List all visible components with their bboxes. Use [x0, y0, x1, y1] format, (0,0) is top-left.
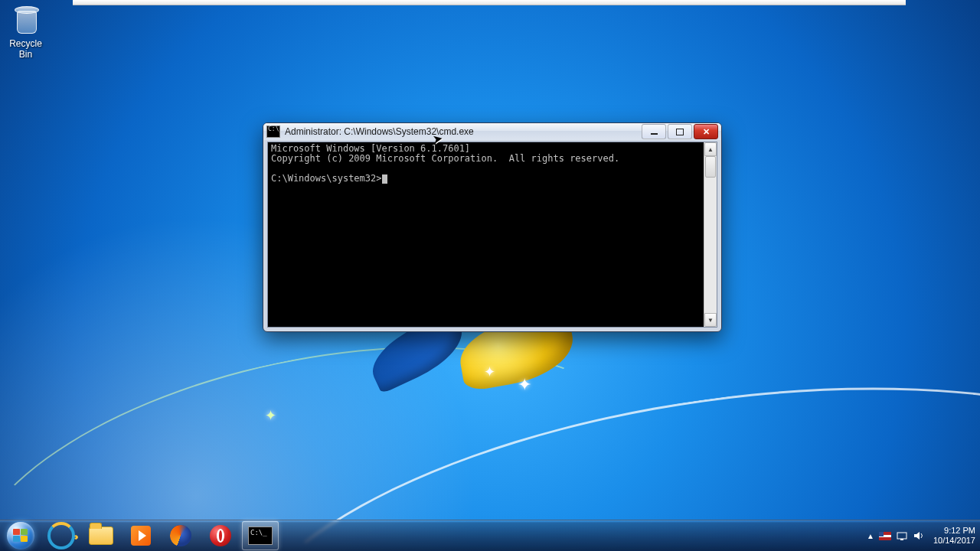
- cmd-prompt: C:\Windows\system32>: [271, 173, 382, 184]
- taskbar-pin-wmp[interactable]: [122, 521, 159, 550]
- opera-icon: [210, 525, 231, 546]
- clock-date: 10/14/2017: [933, 536, 975, 546]
- cmd-titlebar[interactable]: Administrator: C:\Windows\System32\cmd.e…: [263, 123, 721, 140]
- taskbar-pin-firefox[interactable]: [162, 521, 199, 550]
- desktop-wallpaper[interactable]: ✦ ✦ ✦ Recycle Bin Administrator: C:\Wind…: [0, 0, 980, 551]
- wallpaper-sparkle: ✦: [265, 407, 276, 424]
- taskbar-pin-cmd[interactable]: [242, 521, 279, 550]
- svg-rect-0: [897, 533, 906, 539]
- recycle-bin-label: Recycle Bin: [5, 38, 47, 60]
- scroll-up-button[interactable]: ▲: [704, 142, 717, 156]
- start-button[interactable]: [0, 520, 41, 551]
- tray-show-hidden-icons[interactable]: ▲: [864, 524, 877, 547]
- firefox-icon: [170, 525, 191, 546]
- trash-icon: [11, 3, 41, 37]
- system-tray: ▲ 9:12 PM 10/14/2017: [864, 520, 980, 551]
- cmd-line: Copyright (c) 2009 Microsoft Corporation…: [271, 153, 619, 164]
- taskbar-pin-explorer[interactable]: [83, 521, 119, 550]
- cmd-client-area: Microsoft Windows [Version 6.1.7601] Cop…: [267, 142, 717, 328]
- svg-rect-1: [900, 539, 903, 540]
- cmd-titlebar-icon: [266, 126, 280, 138]
- recycle-bin-icon[interactable]: Recycle Bin: [5, 3, 47, 60]
- cmd-title-text: Administrator: C:\Windows\System32\cmd.e…: [285, 126, 474, 137]
- top-artifact-strip: [73, 0, 906, 5]
- start-orb-icon: [7, 522, 34, 549]
- volume-icon[interactable]: [913, 530, 925, 542]
- cmd-icon: [248, 527, 273, 545]
- svg-marker-2: [914, 532, 920, 540]
- folder-icon: [89, 527, 113, 545]
- taskbar-pin-opera[interactable]: [202, 521, 239, 550]
- scroll-down-button[interactable]: ▼: [704, 313, 717, 327]
- close-button[interactable]: [694, 124, 718, 139]
- media-player-icon: [131, 526, 151, 546]
- wallpaper-swoosh: [207, 331, 980, 551]
- cmd-window[interactable]: Administrator: C:\Windows\System32\cmd.e…: [263, 122, 722, 332]
- cmd-console[interactable]: Microsoft Windows [Version 6.1.7601] Cop…: [268, 142, 704, 327]
- clock-time: 9:12 PM: [933, 526, 975, 536]
- maximize-button[interactable]: [668, 124, 692, 139]
- wallpaper-sparkle: ✦: [518, 375, 531, 395]
- minimize-button[interactable]: [642, 124, 666, 139]
- wallpaper-sparkle: ✦: [484, 364, 495, 380]
- action-center-icon[interactable]: [879, 530, 891, 542]
- taskbar-clock[interactable]: 9:12 PM 10/14/2017: [933, 526, 975, 546]
- cmd-line: Microsoft Windows [Version 6.1.7601]: [271, 143, 470, 154]
- taskbar-pin-ie[interactable]: [43, 521, 80, 550]
- internet-explorer-icon: [47, 522, 75, 549]
- cmd-vertical-scrollbar[interactable]: ▲ ▼: [704, 142, 717, 327]
- cmd-cursor: [382, 174, 387, 184]
- taskbar[interactable]: ▲ 9:12 PM 10/14/2017: [0, 520, 980, 551]
- network-icon[interactable]: [896, 530, 908, 542]
- scroll-thumb[interactable]: [705, 156, 716, 178]
